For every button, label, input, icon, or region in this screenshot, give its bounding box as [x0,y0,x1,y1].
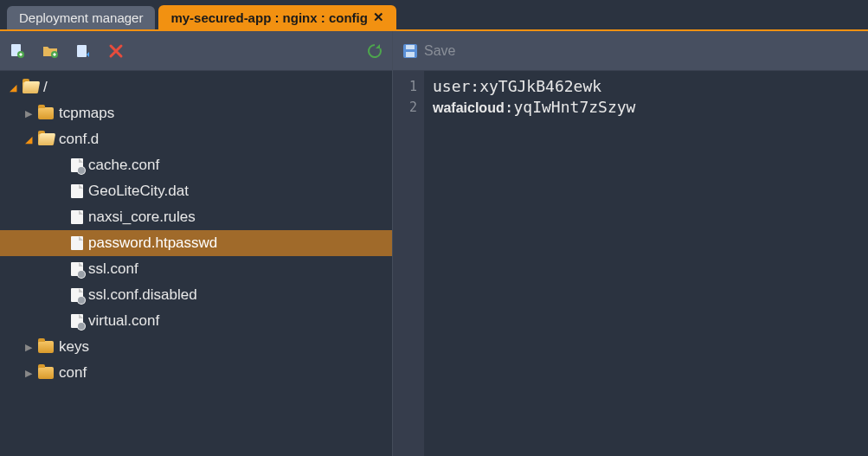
folder-icon [38,367,54,379]
file-icon [71,158,83,172]
folder-icon [38,133,54,145]
svg-rect-6 [54,53,55,55]
tree-label: conf.d [59,131,99,148]
line-number: 1 [393,76,417,97]
tree-label: keys [59,338,89,356]
tree-label: tcpmaps [59,105,114,122]
chevron-right-icon[interactable]: ▶ [23,342,35,353]
file-icon [71,314,83,328]
tree-root[interactable]: ◢ / [0,74,392,100]
tree-folder-conf[interactable]: ▶ conf [0,360,392,386]
file-icon [71,236,83,250]
save-button[interactable]: Save [424,43,455,59]
tree-label: password.htpasswd [88,234,217,252]
tree-file-passwd[interactable]: password.htpasswd [0,230,392,256]
tab-label: Deployment manager [19,10,143,25]
tab-deployment-manager[interactable]: Deployment manager [7,6,155,29]
tree-label: ssl.conf [88,260,138,278]
tree-label: naxsi_core.rules [88,209,196,226]
svg-rect-10 [406,52,415,57]
code-content[interactable]: user:xyTGJkB462ewkwafaicloud:yqIwHnt7zSz… [424,71,868,456]
file-icon [71,262,83,276]
file-tree: ◢ / ▶ tcpmaps ◢ conf.d cache.conf GeoLit… [0,71,392,456]
tab-label: my-secured-app : nginx : config [170,10,368,25]
folder-icon [23,81,38,93]
line-number: 2 [393,97,417,118]
delete-icon[interactable] [107,42,125,60]
code-token: :yqIwHnt7zSzyw [505,98,636,116]
code-token: wafaicloud [433,100,505,115]
chevron-right-icon[interactable]: ▶ [23,368,35,379]
tab-config[interactable]: my-secured-app : nginx : config ✕ [158,5,396,29]
tree-folder-confd[interactable]: ◢ conf.d [0,126,392,152]
file-icon [71,184,83,198]
tree-label: virtual.conf [88,312,159,330]
new-folder-icon[interactable] [42,42,59,60]
tab-bar: Deployment manager my-secured-app : ngin… [0,0,868,31]
tree-file-ssl[interactable]: ssl.conf [0,256,392,282]
tree-label: cache.conf [88,157,159,174]
file-icon [71,288,83,302]
tree-label: ssl.conf.disabled [88,286,197,304]
line-gutter: 1 2 [393,71,424,456]
tree-label: GeoLiteCity.dat [88,183,189,200]
refresh-icon[interactable] [366,42,383,60]
upload-icon[interactable] [74,42,92,60]
code-editor[interactable]: 1 2 user:xyTGJkB462ewkwafaicloud:yqIwHnt… [393,71,868,456]
tree-file-virtual[interactable]: virtual.conf [0,308,392,334]
tree-folder-tcpmaps[interactable]: ▶ tcpmaps [0,100,392,126]
new-file-icon[interactable] [9,42,26,60]
folder-icon [38,107,54,119]
tree-folder-keys[interactable]: ▶ keys [0,334,392,360]
file-browser-panel: ◢ / ▶ tcpmaps ◢ conf.d cache.conf GeoLit… [0,31,393,456]
svg-rect-9 [406,45,415,49]
editor-toolbar: Save [393,31,868,71]
chevron-down-icon[interactable]: ◢ [7,82,19,93]
chevron-right-icon[interactable]: ▶ [23,108,35,119]
tree-file-naxsi[interactable]: naxsi_core.rules [0,204,392,230]
tree-file-geolite[interactable]: GeoLiteCity.dat [0,178,392,204]
tree-file-cache[interactable]: cache.conf [0,152,392,178]
file-toolbar [0,31,392,71]
chevron-down-icon[interactable]: ◢ [23,134,35,145]
code-line: wafaicloud:yqIwHnt7zSzyw [433,97,859,119]
file-icon [71,210,83,224]
tree-label: conf [59,364,87,382]
main-split: ◢ / ▶ tcpmaps ◢ conf.d cache.conf GeoLit… [0,31,868,456]
folder-icon [38,341,54,353]
code-line: user:xyTGJkB462ewk [433,76,859,97]
save-icon[interactable] [402,42,419,60]
svg-rect-7 [77,45,87,57]
tree-file-ssldis[interactable]: ssl.conf.disabled [0,282,392,308]
tree-label: / [43,79,48,96]
editor-panel: Save 1 2 user:xyTGJkB462ewkwafaicloud:yq… [393,31,868,456]
svg-rect-3 [20,53,22,55]
close-icon[interactable]: ✕ [373,10,384,25]
